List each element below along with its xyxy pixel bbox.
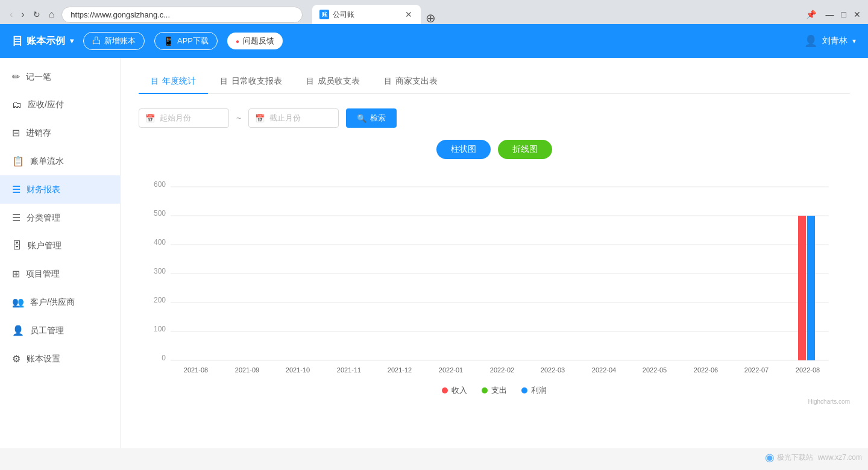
tab-bar: 目 年度统计 目 日常收支报表 目 成员收支表 目 商家支出表 <box>139 70 850 94</box>
chart-container: 0 100 200 300 400 500 600 金额 <box>139 174 850 380</box>
end-month-placeholder: 截止月份 <box>269 113 301 124</box>
svg-text:0: 0 <box>162 354 166 362</box>
svg-text:2021-08: 2021-08 <box>184 366 208 374</box>
sidebar-item-receivable[interactable]: 🗂 应收/应付 <box>0 91 120 119</box>
svg-text:2022-08: 2022-08 <box>796 366 820 374</box>
forward-button[interactable]: › <box>19 8 27 21</box>
sidebar-item-customer[interactable]: 👥 客户/供应商 <box>0 288 120 316</box>
svg-text:2022-05: 2022-05 <box>643 366 667 374</box>
date-separator: ~ <box>236 113 241 123</box>
inventory-icon: ⊟ <box>12 127 20 139</box>
tab-annual-icon: 目 <box>151 76 159 87</box>
svg-text:100: 100 <box>154 325 166 333</box>
receivable-icon: 🗂 <box>12 99 22 110</box>
tab-merchant[interactable]: 目 商家支出表 <box>372 70 450 94</box>
filter-row: 📅 起始月份 ~ 📅 截止月份 🔍 检索 <box>139 108 850 128</box>
legend-income: 收入 <box>442 385 467 396</box>
user-dropdown-icon: ▾ <box>852 37 856 45</box>
browser-tab[interactable]: 账 公司账 ✕ <box>312 5 421 24</box>
sidebar-item-inventory[interactable]: ⊟ 进销存 <box>0 119 120 147</box>
sidebar-item-settings[interactable]: ⚙ 账本设置 <box>0 345 120 373</box>
bar-chart-button[interactable]: 柱状图 <box>436 140 491 159</box>
app-download-label: APP下载 <box>177 36 209 46</box>
category-icon: ☰ <box>12 212 20 224</box>
sidebar-label-account: 账户管理 <box>28 240 61 251</box>
logo-dropdown-icon: ▾ <box>70 37 74 45</box>
feedback-dot-icon: ● <box>236 38 239 45</box>
home-button[interactable]: ⌂ <box>46 8 57 21</box>
browser-chrome: ‹ › ↻ ⌂ https://www.gongsizhang.c... 账 公… <box>0 0 868 24</box>
new-account-label: 新增账本 <box>104 36 136 46</box>
tab-daily-label: 日常收支报表 <box>231 76 282 87</box>
tab-annual-label: 年度统计 <box>162 76 196 87</box>
minimize-button[interactable]: — <box>826 10 834 19</box>
svg-text:2022-04: 2022-04 <box>592 366 616 374</box>
bar-chart: 0 100 200 300 400 500 600 金额 <box>139 174 838 378</box>
new-account-button[interactable]: 凸 新增账本 <box>83 32 145 50</box>
tab-annual[interactable]: 目 年度统计 <box>139 70 208 94</box>
report-icon: ☰ <box>12 184 20 195</box>
chart-wrapper: 0 100 200 300 400 500 600 金额 <box>139 174 850 405</box>
svg-text:2021-12: 2021-12 <box>388 366 412 374</box>
maximize-button[interactable]: □ <box>841 10 846 19</box>
end-month-input[interactable]: 📅 截止月份 <box>248 108 339 128</box>
line-chart-button[interactable]: 折线图 <box>498 140 552 159</box>
tab-title: 公司账 <box>333 10 400 20</box>
feedback-button[interactable]: ● 问题反馈 <box>227 33 283 49</box>
svg-text:200: 200 <box>154 296 166 304</box>
svg-text:500: 500 <box>154 209 166 218</box>
feedback-label: 问题反馈 <box>243 36 274 46</box>
refresh-button[interactable]: ↻ <box>31 8 43 20</box>
user-menu[interactable]: 👤 刘青林 ▾ <box>804 34 856 48</box>
income-label: 收入 <box>451 385 467 396</box>
browser-nav: ‹ › ↻ ⌂ <box>7 8 57 21</box>
tab-merchant-label: 商家支出表 <box>395 76 438 87</box>
expense-label: 支出 <box>491 385 507 396</box>
svg-text:600: 600 <box>154 180 166 189</box>
tab-close-button[interactable]: ✕ <box>404 10 414 19</box>
expense-dot <box>482 387 488 393</box>
sidebar-label-project: 项目管理 <box>26 269 60 280</box>
address-bar[interactable]: https://www.gongsizhang.c... <box>61 7 303 23</box>
tab-daily-icon: 目 <box>220 76 228 87</box>
tab-merchant-icon: 目 <box>384 76 392 87</box>
account-icon: 🗄 <box>12 240 22 251</box>
svg-text:2021-09: 2021-09 <box>235 366 259 374</box>
sidebar-label-report: 财务报表 <box>27 184 60 195</box>
note-icon: ✏ <box>12 71 20 83</box>
app-body: ✏ 记一笔 🗂 应收/应付 ⊟ 进销存 📋 账单流水 ☰ 财务报表 ☰ 分类管理… <box>0 58 868 448</box>
sidebar-item-employee[interactable]: 👤 员工管理 <box>0 316 120 345</box>
svg-text:2022-01: 2022-01 <box>439 366 463 374</box>
sidebar-label-employee: 员工管理 <box>30 325 64 336</box>
search-button[interactable]: 🔍 检索 <box>346 108 397 128</box>
svg-text:2022-07: 2022-07 <box>744 366 769 374</box>
start-month-input[interactable]: 📅 起始月份 <box>139 108 229 128</box>
sidebar-item-note[interactable]: ✏ 记一笔 <box>0 63 120 91</box>
chart-legend: 收入 支出 利润 <box>139 385 850 396</box>
sidebar-label-category: 分类管理 <box>27 213 60 224</box>
header-logo[interactable]: 目 账本示例 ▾ <box>12 34 74 48</box>
close-window-button[interactable]: ✕ <box>854 10 861 19</box>
tab-daily[interactable]: 目 日常收支报表 <box>208 70 294 94</box>
search-label: 检索 <box>370 113 386 124</box>
back-button[interactable]: ‹ <box>7 8 15 21</box>
sidebar-item-category[interactable]: ☰ 分类管理 <box>0 204 120 232</box>
tab-member[interactable]: 目 成员收支表 <box>294 70 372 94</box>
app-download-button[interactable]: 📱 APP下载 <box>154 32 218 50</box>
sidebar: ✏ 记一笔 🗂 应收/应付 ⊟ 进销存 📋 账单流水 ☰ 财务报表 ☰ 分类管理… <box>0 58 121 448</box>
employee-icon: 👤 <box>12 325 24 336</box>
svg-text:300: 300 <box>154 267 166 275</box>
svg-text:2021-10: 2021-10 <box>286 366 310 374</box>
app-download-icon: 📱 <box>163 36 174 46</box>
search-icon: 🔍 <box>357 114 366 123</box>
profit-label: 利润 <box>531 385 547 396</box>
new-tab-button[interactable]: ⊕ <box>426 12 436 24</box>
pin-button[interactable]: 📌 <box>806 10 816 19</box>
sidebar-item-account[interactable]: 🗄 账户管理 <box>0 232 120 260</box>
sidebar-label-note: 记一笔 <box>26 72 51 83</box>
sidebar-item-ledger[interactable]: 📋 账单流水 <box>0 147 120 175</box>
sidebar-label-receivable: 应收/应付 <box>28 99 64 110</box>
sidebar-item-report[interactable]: ☰ 财务报表 <box>0 175 120 204</box>
sidebar-item-project[interactable]: ⊞ 项目管理 <box>0 260 120 288</box>
tab-favicon: 账 <box>319 10 329 19</box>
